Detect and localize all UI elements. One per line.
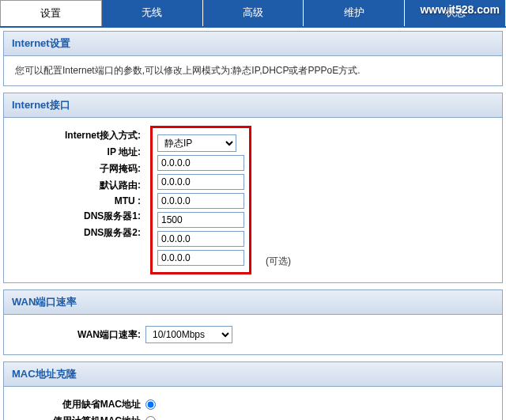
radio-mac-pc[interactable] xyxy=(145,416,156,420)
label-mac-pc: 使用计算机MAC地址 xyxy=(15,414,145,420)
watermark-text: www.it528.com xyxy=(420,3,500,16)
label-gateway: 默认路由: xyxy=(15,179,145,192)
tab-advanced[interactable]: 高级 xyxy=(203,0,304,26)
label-dns1: DNS服务器1: xyxy=(15,210,145,223)
help-text: 您可以配置Internet端口的参数,可以修改上网模式为:静态IP,DHCP或者… xyxy=(15,64,491,78)
label-mode: Internet接入方式: xyxy=(15,129,145,142)
label-mac-default: 使用缺省MAC地址 xyxy=(15,398,145,411)
wan-speed-select[interactable]: 10/100Mbps xyxy=(145,326,232,343)
tab-wireless[interactable]: 无线 xyxy=(102,0,203,26)
section-title-internet-interface: Internet接口 xyxy=(4,93,502,118)
tab-settings[interactable]: 设置 xyxy=(0,0,102,26)
label-ip: IP 地址: xyxy=(15,146,145,159)
section-title-internet-settings: Internet设置 xyxy=(4,32,502,56)
gateway-input[interactable] xyxy=(157,193,244,209)
label-mtu: MTU : xyxy=(15,195,145,206)
dns1-input[interactable] xyxy=(157,231,244,247)
dns2-input[interactable] xyxy=(157,250,244,266)
mtu-input[interactable] xyxy=(157,212,244,228)
label-wan-speed: WAN端口速率: xyxy=(15,328,145,342)
tab-maintenance[interactable]: 维护 xyxy=(304,0,405,26)
label-dns2: DNS服务器2: xyxy=(15,226,145,240)
ip-input[interactable] xyxy=(157,155,244,171)
section-internet-interface: Internet接口 Internet接入方式: IP 地址: 子网掩码: 默认… xyxy=(3,93,503,283)
section-internet-settings: Internet设置 您可以配置Internet端口的参数,可以修改上网模式为:… xyxy=(3,31,503,86)
radio-mac-default[interactable] xyxy=(145,399,156,410)
section-wan-speed: WAN端口速率 WAN端口速率: 10/100Mbps xyxy=(3,289,503,355)
dns2-optional-hint: (可选) xyxy=(266,255,291,267)
section-title-mac-clone: MAC地址克隆 xyxy=(4,362,502,387)
highlighted-fields-box: 静态IP xyxy=(150,126,251,274)
label-mask: 子网掩码: xyxy=(15,162,145,176)
section-mac-clone: MAC地址克隆 使用缺省MAC地址 使用计算机MAC地址 手动指定MAC地址 xyxy=(3,361,503,420)
section-title-wan-speed: WAN端口速率 xyxy=(4,290,502,315)
mask-input[interactable] xyxy=(157,174,244,190)
mode-select[interactable]: 静态IP xyxy=(157,134,236,152)
